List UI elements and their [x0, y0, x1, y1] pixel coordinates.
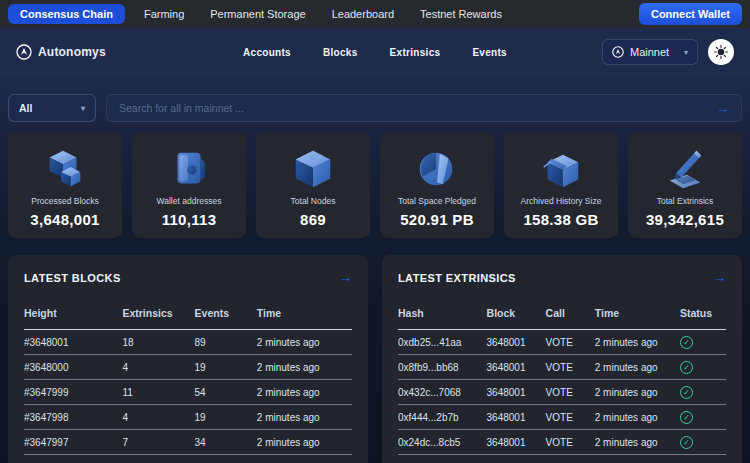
- stat-label: Wallet addresses: [157, 196, 222, 206]
- brand[interactable]: Autonomys: [16, 44, 106, 60]
- col-height: Height: [24, 307, 122, 319]
- col-hash: Hash: [398, 307, 487, 319]
- latest-blocks-title: LATEST BLOCKS: [24, 272, 121, 284]
- extrinsic-hash[interactable]: 0x8fb9...bb68: [398, 362, 487, 373]
- col-extrinsics: Extrinsics: [122, 307, 194, 319]
- extrinsic-call: VOTE: [546, 387, 595, 398]
- stat-value: 869: [300, 211, 326, 228]
- stat-label: Total Space Pledged: [398, 196, 476, 206]
- extrinsic-time: 2 minutes ago: [595, 337, 680, 348]
- col-status: Status: [680, 307, 726, 319]
- network-selector[interactable]: Mainnet ▾: [602, 39, 698, 65]
- block-events: 54: [195, 387, 257, 398]
- block-height[interactable]: #3647997: [24, 437, 122, 448]
- status-success-icon: ✓: [680, 336, 693, 349]
- sun-icon: [714, 45, 728, 59]
- block-extrinsics: 18: [122, 337, 194, 348]
- block-events: 19: [195, 412, 257, 423]
- stat-label: Archived History Size: [521, 196, 602, 206]
- tab-consensus-chain[interactable]: Consensus Chain: [8, 4, 125, 24]
- nav-events[interactable]: Events: [472, 47, 507, 58]
- col-time: Time: [257, 307, 352, 319]
- block-height[interactable]: #3647999: [24, 387, 122, 398]
- block-events: 89: [195, 337, 257, 348]
- extrinsic-row[interactable]: 0x432c...7068 3648001 VOTE 2 minutes ago…: [398, 380, 726, 405]
- extrinsic-hash[interactable]: 0x432c...7068: [398, 387, 487, 398]
- extrinsic-row[interactable]: 0x24dc...8cb5 3648001 VOTE 2 minutes ago…: [398, 430, 726, 455]
- latest-extrinsics-arrow-icon[interactable]: →: [713, 270, 726, 285]
- space-pledged-icon: [414, 147, 460, 191]
- extrinsic-row[interactable]: 0x8fb9...bb68 3648001 VOTE 2 minutes ago…: [398, 355, 726, 380]
- tab-permanent-storage[interactable]: Permanent Storage: [197, 8, 318, 20]
- stat-card-wallet-addresses: Wallet addresses 110,113: [132, 132, 246, 238]
- stat-label: Processed Blocks: [31, 196, 99, 206]
- theme-toggle-button[interactable]: [708, 39, 734, 65]
- block-row[interactable]: #3647998 4 19 2 minutes ago: [24, 405, 352, 430]
- status-success-icon: ✓: [680, 436, 693, 449]
- tab-leaderboard[interactable]: Leaderboard: [319, 8, 407, 20]
- blocks-table-header: Height Extrinsics Events Time: [24, 299, 352, 330]
- block-time: 2 minutes ago: [257, 362, 352, 373]
- stat-value: 3,648,001: [30, 211, 99, 228]
- extrinsic-hash[interactable]: 0xf444...2b7b: [398, 412, 487, 423]
- network-selected-label: Mainnet: [630, 46, 669, 58]
- extrinsic-row[interactable]: 0xf444...2b7b 3648001 VOTE 2 minutes ago…: [398, 405, 726, 430]
- latest-blocks-arrow-icon[interactable]: →: [339, 270, 352, 285]
- extrinsic-hash[interactable]: 0x24dc...8cb5: [398, 437, 487, 448]
- total-nodes-icon: [290, 147, 336, 191]
- block-row[interactable]: #3648001 18 89 2 minutes ago: [24, 330, 352, 355]
- nav-accounts[interactable]: Accounts: [243, 47, 291, 58]
- extrinsic-time: 2 minutes ago: [595, 362, 680, 373]
- search-input[interactable]: [119, 102, 716, 114]
- block-time: 2 minutes ago: [257, 412, 352, 423]
- extrinsic-time: 2 minutes ago: [595, 437, 680, 448]
- tab-farming[interactable]: Farming: [131, 8, 197, 20]
- extrinsic-row[interactable]: 0xdb25...41aa 3648001 VOTE 2 minutes ago…: [398, 330, 726, 355]
- block-events: 34: [195, 437, 257, 448]
- latest-blocks-panel: LATEST BLOCKS → Height Extrinsics Events…: [8, 255, 368, 463]
- block-row[interactable]: #3648000 4 19 2 minutes ago: [24, 355, 352, 380]
- chevron-down-icon: ▾: [684, 48, 688, 57]
- col-events: Events: [195, 307, 257, 319]
- wallet-addresses-icon: [166, 147, 212, 191]
- network-logo-icon: [612, 46, 624, 58]
- extrinsic-hash[interactable]: 0xdb25...41aa: [398, 337, 487, 348]
- stat-value: 39,342,615: [646, 211, 724, 228]
- block-extrinsics: 11: [122, 387, 194, 398]
- block-row[interactable]: #3647999 11 54 2 minutes ago: [24, 380, 352, 405]
- tab-testnet-rewards[interactable]: Testnet Rewards: [407, 8, 515, 20]
- block-height[interactable]: #3648001: [24, 337, 122, 348]
- nav-blocks[interactable]: Blocks: [323, 47, 358, 58]
- block-row[interactable]: #3647997 7 34 2 minutes ago: [24, 430, 352, 455]
- latest-blocks-head: LATEST BLOCKS →: [24, 255, 352, 299]
- block-height[interactable]: #3647998: [24, 412, 122, 423]
- stats-cards: Processed Blocks 3,648,001 Wallet addres…: [8, 132, 742, 238]
- search-box: →: [106, 94, 742, 122]
- stat-card-space-pledged: Total Space Pledged 520.91 PB: [380, 132, 494, 238]
- main-nav: Accounts Blocks Extrinsics Events: [243, 47, 507, 58]
- header-right: Mainnet ▾: [602, 39, 734, 65]
- extrinsic-block[interactable]: 3648001: [487, 337, 546, 348]
- search-row: All ▾ →: [8, 94, 742, 122]
- block-time: 2 minutes ago: [257, 337, 352, 348]
- search-submit-arrow-icon[interactable]: →: [716, 101, 729, 116]
- connect-wallet-button[interactable]: Connect Wallet: [639, 3, 742, 25]
- total-extrinsics-icon: [662, 147, 708, 191]
- stat-value: 520.91 PB: [400, 211, 474, 228]
- extrinsic-block[interactable]: 3648001: [487, 387, 546, 398]
- brand-name: Autonomys: [38, 45, 106, 59]
- search-filter-select[interactable]: All ▾: [8, 94, 96, 122]
- block-height[interactable]: #3648000: [24, 362, 122, 373]
- extrinsic-block[interactable]: 3648001: [487, 437, 546, 448]
- search-filter-value: All: [19, 102, 32, 114]
- stat-label: Total Nodes: [291, 196, 336, 206]
- nav-extrinsics[interactable]: Extrinsics: [390, 47, 441, 58]
- latest-extrinsics-title: LATEST EXTRINSICS: [398, 272, 516, 284]
- archived-history-icon: [538, 147, 584, 191]
- extrinsic-block[interactable]: 3648001: [487, 412, 546, 423]
- stat-card-processed-blocks: Processed Blocks 3,648,001: [8, 132, 122, 238]
- extrinsic-block[interactable]: 3648001: [487, 362, 546, 373]
- latest-extrinsics-head: LATEST EXTRINSICS →: [398, 255, 726, 299]
- explorer-header: Autonomys Accounts Blocks Extrinsics Eve…: [0, 28, 750, 76]
- extrinsic-call: VOTE: [546, 437, 595, 448]
